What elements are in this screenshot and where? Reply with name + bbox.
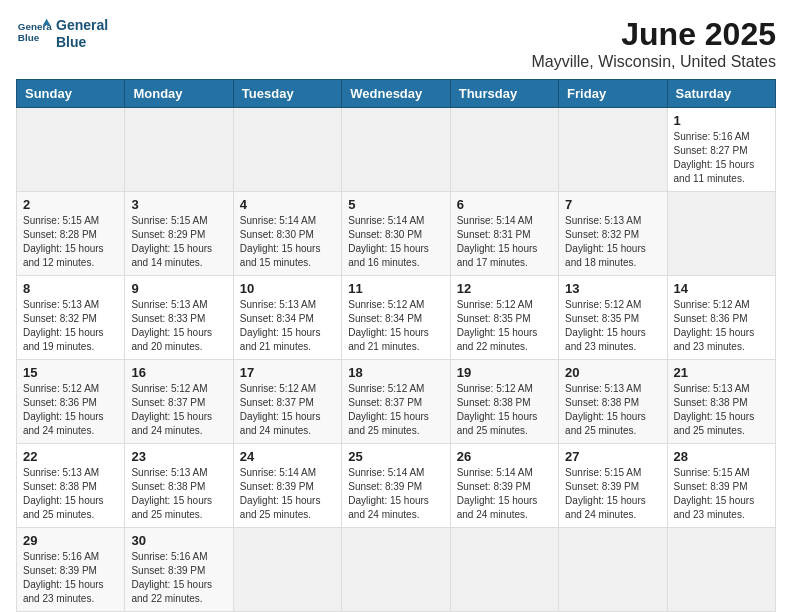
day-info: Sunrise: 5:12 AM Sunset: 8:36 PM Dayligh… <box>23 382 118 438</box>
day-number: 15 <box>23 365 118 380</box>
day-number: 17 <box>240 365 335 380</box>
calendar-cell: 1Sunrise: 5:16 AM Sunset: 8:27 PM Daylig… <box>667 108 775 192</box>
calendar-cell <box>667 192 775 276</box>
calendar-cell: 4Sunrise: 5:14 AM Sunset: 8:30 PM Daylig… <box>233 192 341 276</box>
calendar-cell: 8Sunrise: 5:13 AM Sunset: 8:32 PM Daylig… <box>17 276 125 360</box>
calendar-cell <box>233 528 341 612</box>
day-number: 28 <box>674 449 769 464</box>
day-info: Sunrise: 5:13 AM Sunset: 8:33 PM Dayligh… <box>131 298 226 354</box>
day-number: 21 <box>674 365 769 380</box>
day-number: 11 <box>348 281 443 296</box>
calendar-cell <box>559 528 667 612</box>
calendar-cell <box>342 108 450 192</box>
column-header-saturday: Saturday <box>667 80 775 108</box>
day-info: Sunrise: 5:16 AM Sunset: 8:39 PM Dayligh… <box>23 550 118 606</box>
day-info: Sunrise: 5:15 AM Sunset: 8:39 PM Dayligh… <box>565 466 660 522</box>
column-header-sunday: Sunday <box>17 80 125 108</box>
column-header-friday: Friday <box>559 80 667 108</box>
calendar-cell: 29Sunrise: 5:16 AM Sunset: 8:39 PM Dayli… <box>17 528 125 612</box>
day-number: 25 <box>348 449 443 464</box>
calendar-cell: 25Sunrise: 5:14 AM Sunset: 8:39 PM Dayli… <box>342 444 450 528</box>
title-area: June 2025 Mayville, Wisconsin, United St… <box>531 16 776 71</box>
calendar-cell <box>559 108 667 192</box>
week-row-1: 1Sunrise: 5:16 AM Sunset: 8:27 PM Daylig… <box>17 108 776 192</box>
calendar-cell: 27Sunrise: 5:15 AM Sunset: 8:39 PM Dayli… <box>559 444 667 528</box>
day-number: 27 <box>565 449 660 464</box>
calendar-cell: 18Sunrise: 5:12 AM Sunset: 8:37 PM Dayli… <box>342 360 450 444</box>
day-info: Sunrise: 5:14 AM Sunset: 8:30 PM Dayligh… <box>348 214 443 270</box>
calendar-cell: 20Sunrise: 5:13 AM Sunset: 8:38 PM Dayli… <box>559 360 667 444</box>
day-info: Sunrise: 5:12 AM Sunset: 8:35 PM Dayligh… <box>565 298 660 354</box>
calendar-cell: 15Sunrise: 5:12 AM Sunset: 8:36 PM Dayli… <box>17 360 125 444</box>
day-info: Sunrise: 5:12 AM Sunset: 8:36 PM Dayligh… <box>674 298 769 354</box>
day-number: 9 <box>131 281 226 296</box>
week-row-4: 15Sunrise: 5:12 AM Sunset: 8:36 PM Dayli… <box>17 360 776 444</box>
day-info: Sunrise: 5:13 AM Sunset: 8:38 PM Dayligh… <box>565 382 660 438</box>
day-number: 13 <box>565 281 660 296</box>
svg-text:Blue: Blue <box>18 32 40 43</box>
day-info: Sunrise: 5:13 AM Sunset: 8:38 PM Dayligh… <box>131 466 226 522</box>
column-header-wednesday: Wednesday <box>342 80 450 108</box>
day-number: 5 <box>348 197 443 212</box>
calendar-cell: 21Sunrise: 5:13 AM Sunset: 8:38 PM Dayli… <box>667 360 775 444</box>
location-title: Mayville, Wisconsin, United States <box>531 53 776 71</box>
day-number: 19 <box>457 365 552 380</box>
calendar-cell <box>125 108 233 192</box>
column-header-tuesday: Tuesday <box>233 80 341 108</box>
calendar-cell: 30Sunrise: 5:16 AM Sunset: 8:39 PM Dayli… <box>125 528 233 612</box>
calendar-cell: 7Sunrise: 5:13 AM Sunset: 8:32 PM Daylig… <box>559 192 667 276</box>
calendar-cell: 23Sunrise: 5:13 AM Sunset: 8:38 PM Dayli… <box>125 444 233 528</box>
day-number: 4 <box>240 197 335 212</box>
calendar-cell <box>450 528 558 612</box>
day-number: 29 <box>23 533 118 548</box>
day-info: Sunrise: 5:13 AM Sunset: 8:38 PM Dayligh… <box>674 382 769 438</box>
calendar-cell: 17Sunrise: 5:12 AM Sunset: 8:37 PM Dayli… <box>233 360 341 444</box>
calendar-cell: 5Sunrise: 5:14 AM Sunset: 8:30 PM Daylig… <box>342 192 450 276</box>
week-row-2: 2Sunrise: 5:15 AM Sunset: 8:28 PM Daylig… <box>17 192 776 276</box>
day-number: 8 <box>23 281 118 296</box>
day-info: Sunrise: 5:13 AM Sunset: 8:32 PM Dayligh… <box>565 214 660 270</box>
day-info: Sunrise: 5:12 AM Sunset: 8:35 PM Dayligh… <box>457 298 552 354</box>
day-info: Sunrise: 5:12 AM Sunset: 8:37 PM Dayligh… <box>131 382 226 438</box>
logo: General Blue General Blue <box>16 16 108 52</box>
day-info: Sunrise: 5:14 AM Sunset: 8:39 PM Dayligh… <box>240 466 335 522</box>
week-row-3: 8Sunrise: 5:13 AM Sunset: 8:32 PM Daylig… <box>17 276 776 360</box>
day-number: 6 <box>457 197 552 212</box>
header-row: SundayMondayTuesdayWednesdayThursdayFrid… <box>17 80 776 108</box>
column-header-thursday: Thursday <box>450 80 558 108</box>
day-info: Sunrise: 5:12 AM Sunset: 8:37 PM Dayligh… <box>240 382 335 438</box>
day-number: 1 <box>674 113 769 128</box>
calendar-cell: 19Sunrise: 5:12 AM Sunset: 8:38 PM Dayli… <box>450 360 558 444</box>
day-number: 2 <box>23 197 118 212</box>
month-title: June 2025 <box>531 16 776 53</box>
day-info: Sunrise: 5:13 AM Sunset: 8:32 PM Dayligh… <box>23 298 118 354</box>
day-info: Sunrise: 5:16 AM Sunset: 8:39 PM Dayligh… <box>131 550 226 606</box>
day-info: Sunrise: 5:13 AM Sunset: 8:34 PM Dayligh… <box>240 298 335 354</box>
day-number: 7 <box>565 197 660 212</box>
calendar-cell: 6Sunrise: 5:14 AM Sunset: 8:31 PM Daylig… <box>450 192 558 276</box>
day-info: Sunrise: 5:12 AM Sunset: 8:37 PM Dayligh… <box>348 382 443 438</box>
calendar-cell: 26Sunrise: 5:14 AM Sunset: 8:39 PM Dayli… <box>450 444 558 528</box>
day-number: 16 <box>131 365 226 380</box>
day-number: 30 <box>131 533 226 548</box>
day-info: Sunrise: 5:15 AM Sunset: 8:29 PM Dayligh… <box>131 214 226 270</box>
calendar-cell: 10Sunrise: 5:13 AM Sunset: 8:34 PM Dayli… <box>233 276 341 360</box>
calendar-cell: 28Sunrise: 5:15 AM Sunset: 8:39 PM Dayli… <box>667 444 775 528</box>
day-info: Sunrise: 5:15 AM Sunset: 8:28 PM Dayligh… <box>23 214 118 270</box>
day-info: Sunrise: 5:16 AM Sunset: 8:27 PM Dayligh… <box>674 130 769 186</box>
week-row-6: 29Sunrise: 5:16 AM Sunset: 8:39 PM Dayli… <box>17 528 776 612</box>
calendar-cell: 13Sunrise: 5:12 AM Sunset: 8:35 PM Dayli… <box>559 276 667 360</box>
calendar-table: SundayMondayTuesdayWednesdayThursdayFrid… <box>16 79 776 612</box>
day-number: 23 <box>131 449 226 464</box>
day-number: 12 <box>457 281 552 296</box>
day-number: 24 <box>240 449 335 464</box>
day-info: Sunrise: 5:14 AM Sunset: 8:31 PM Dayligh… <box>457 214 552 270</box>
calendar-cell <box>17 108 125 192</box>
day-info: Sunrise: 5:14 AM Sunset: 8:30 PM Dayligh… <box>240 214 335 270</box>
day-number: 3 <box>131 197 226 212</box>
day-info: Sunrise: 5:15 AM Sunset: 8:39 PM Dayligh… <box>674 466 769 522</box>
day-number: 14 <box>674 281 769 296</box>
column-header-monday: Monday <box>125 80 233 108</box>
day-number: 22 <box>23 449 118 464</box>
calendar-cell: 14Sunrise: 5:12 AM Sunset: 8:36 PM Dayli… <box>667 276 775 360</box>
